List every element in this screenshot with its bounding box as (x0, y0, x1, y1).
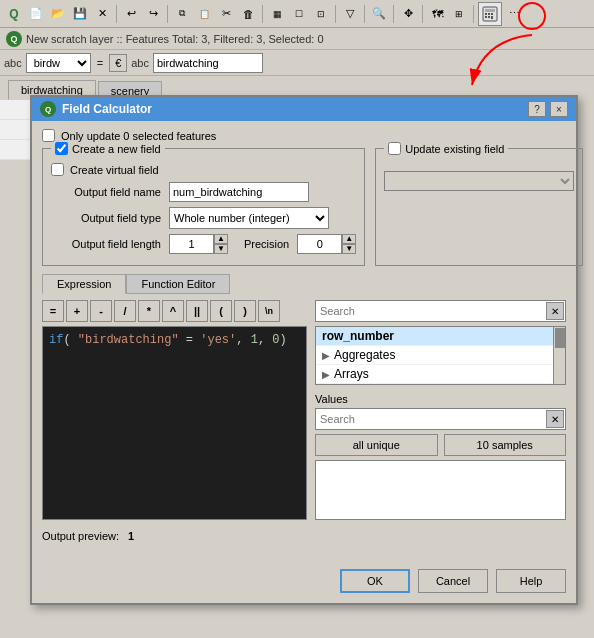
cancel-button[interactable]: Cancel (418, 569, 488, 593)
create-new-field-checkbox[interactable] (55, 142, 68, 155)
length-input[interactable] (169, 234, 214, 254)
newline-btn[interactable]: \n (258, 300, 280, 322)
length-spinner-buttons: ▲ ▼ (214, 234, 228, 254)
expr-comma2: , (258, 333, 265, 347)
zoom-icon[interactable]: 🔍 (369, 4, 389, 24)
dialog-help-button[interactable]: ? (528, 101, 546, 117)
minus-btn[interactable]: - (90, 300, 112, 322)
copy-icon[interactable]: ⧉ (172, 4, 192, 24)
function-search-clear[interactable]: ✕ (546, 302, 564, 320)
sep8 (473, 5, 474, 23)
select-icon[interactable]: ▦ (267, 4, 287, 24)
dialog-close-button[interactable]: × (550, 101, 568, 117)
table-icon[interactable]: ⊞ (449, 4, 469, 24)
create-new-field-title: Create a new field (51, 142, 165, 155)
output-type-label: Output field type (51, 212, 161, 224)
func-list-scrollbar[interactable] (553, 327, 565, 384)
svg-rect-7 (491, 16, 493, 19)
svg-rect-4 (491, 13, 493, 15)
virtual-field-checkbox[interactable] (51, 163, 64, 176)
filter-icon[interactable]: ▽ (340, 4, 360, 24)
update-existing-group: Update existing field (375, 148, 583, 266)
title-bar: Q New scratch layer :: Features Total: 3… (0, 28, 594, 50)
all-unique-button[interactable]: all unique (315, 434, 438, 456)
update-existing-checkbox[interactable] (388, 142, 401, 155)
calculator-icon[interactable] (478, 2, 502, 26)
output-length-label: Output field length (51, 238, 161, 250)
length-up-btn[interactable]: ▲ (214, 234, 228, 244)
function-search-input[interactable] (315, 300, 566, 322)
func-aggregates[interactable]: ▶ Aggregates (316, 346, 553, 365)
pan-icon[interactable]: ✥ (398, 4, 418, 24)
group-boxes-row: Create a new field Create virtual field … (42, 148, 566, 266)
expr-close-paren: ) (279, 333, 286, 347)
values-search-input[interactable] (315, 408, 566, 430)
output-preview-value: 1 (128, 530, 134, 542)
qgis-logo-icon[interactable]: Q (4, 4, 24, 24)
more-icon[interactable]: ⋯ (504, 4, 524, 24)
precision-up-btn[interactable]: ▲ (342, 234, 356, 244)
output-type-select-wrap: Whole number (integer) Decimal number (r… (169, 207, 329, 229)
output-type-row: Output field type Whole number (integer)… (51, 207, 356, 229)
epsilon-button[interactable]: € (109, 54, 127, 72)
divide-btn[interactable]: / (114, 300, 136, 322)
deselect-icon[interactable]: ☐ (289, 4, 309, 24)
sep4 (335, 5, 336, 23)
field-display-type: abc (131, 57, 149, 69)
close-paren-btn[interactable]: ) (234, 300, 256, 322)
cut-icon[interactable]: ✂ (216, 4, 236, 24)
sep6 (393, 5, 394, 23)
expression-textarea[interactable]: if( "birdwatching" = 'yes', 1, 0) (42, 326, 307, 520)
length-down-btn[interactable]: ▼ (214, 244, 228, 254)
invert-icon[interactable]: ⊡ (311, 4, 331, 24)
arrays-label: Arrays (334, 367, 369, 381)
remove-icon[interactable]: ✕ (92, 4, 112, 24)
help-button[interactable]: Help (496, 569, 566, 593)
function-list-container: row_number ▶ Aggregates ▶ Arrays (315, 326, 566, 385)
values-search-clear[interactable]: ✕ (546, 410, 564, 428)
update-existing-content (384, 171, 574, 191)
new-layer-icon[interactable]: 📄 (26, 4, 46, 24)
ok-button[interactable]: OK (340, 569, 410, 593)
virtual-field-row: Create virtual field (51, 163, 356, 176)
undo-icon[interactable]: ↩ (121, 4, 141, 24)
func-arrays[interactable]: ▶ Arrays (316, 365, 553, 384)
multiply-btn[interactable]: * (138, 300, 160, 322)
function-list-panel: ✕ row_number ▶ Aggregates (315, 300, 566, 520)
plus-btn[interactable]: + (66, 300, 88, 322)
update-field-select[interactable] (384, 171, 574, 191)
precision-down-btn[interactable]: ▼ (342, 244, 356, 254)
ten-samples-button[interactable]: 10 samples (444, 434, 567, 456)
redo-icon[interactable]: ↪ (143, 4, 163, 24)
sub-tabs: Expression Function Editor (42, 274, 566, 294)
save-icon[interactable]: 💾 (70, 4, 90, 24)
dialog-body: Only update 0 selected features Create a… (32, 121, 576, 554)
output-length-row: Output field length ▲ ▼ Precision (51, 234, 356, 254)
output-type-select[interactable]: Whole number (integer) Decimal number (r… (169, 207, 329, 229)
map-icon[interactable]: 🗺 (427, 4, 447, 24)
paste-icon[interactable]: 📋 (194, 4, 214, 24)
equals-btn[interactable]: = (42, 300, 64, 322)
output-name-input[interactable] (169, 182, 309, 202)
dialog-title-left: Q Field Calculator (40, 101, 152, 117)
sep2 (167, 5, 168, 23)
values-display-area (315, 460, 566, 520)
func-row-number[interactable]: row_number (316, 327, 553, 346)
delete-icon[interactable]: 🗑 (238, 4, 258, 24)
virtual-field-label: Create virtual field (70, 164, 159, 176)
precision-input[interactable] (297, 234, 342, 254)
title-bar-text: New scratch layer :: Features Total: 3, … (26, 33, 324, 45)
open-icon[interactable]: 📂 (48, 4, 68, 24)
power-btn[interactable]: ^ (162, 300, 184, 322)
field-select[interactable]: birdw (26, 53, 91, 73)
open-paren-btn[interactable]: ( (210, 300, 232, 322)
svg-rect-5 (485, 16, 487, 18)
only-update-checkbox[interactable] (42, 129, 55, 142)
tab-expression[interactable]: Expression (42, 274, 126, 294)
sep7 (422, 5, 423, 23)
tab-function-editor[interactable]: Function Editor (126, 274, 230, 294)
field-value-input[interactable] (153, 53, 263, 73)
concat-btn[interactable]: || (186, 300, 208, 322)
equals-operator: = (95, 57, 105, 69)
precision-spinner: ▲ ▼ (297, 234, 356, 254)
